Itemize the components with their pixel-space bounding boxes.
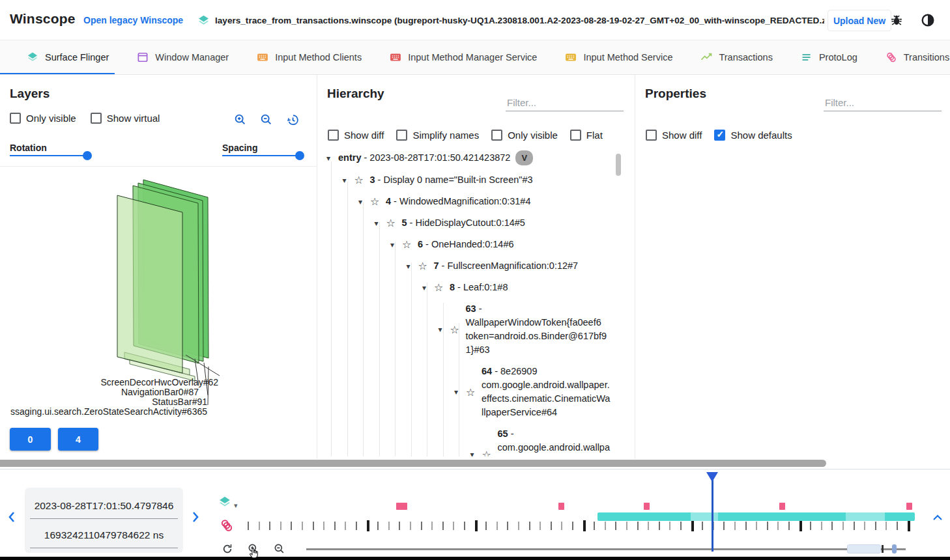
timeline-zoom-slider[interactable] [306, 548, 906, 550]
tab-input-method-clients[interactable]: Input Method Clients [256, 51, 362, 64]
tree-node-6[interactable]: ▾☆6 - OneHanded:0:14#6 [321, 238, 616, 251]
dark-mode-toggle-icon[interactable] [920, 12, 936, 31]
expand-caret-icon[interactable]: ▾ [375, 219, 386, 228]
pin-star-icon[interactable]: ☆ [434, 281, 450, 294]
pin-star-icon[interactable]: ☆ [482, 449, 498, 457]
pin-star-icon[interactable]: ☆ [386, 217, 402, 229]
spacing-slider[interactable] [222, 155, 304, 156]
timeline-zoom-out-icon[interactable] [273, 542, 286, 558]
tree-node-id: 8 [450, 282, 455, 292]
reset-view-icon[interactable] [285, 113, 300, 130]
timeline-zoom-selection[interactable] [847, 544, 881, 553]
rotation-slider-thumb[interactable] [83, 151, 92, 160]
pin-star-icon[interactable]: ☆ [402, 238, 418, 251]
expand-caret-icon[interactable]: ▾ [390, 240, 402, 249]
bug-report-icon[interactable] [889, 13, 904, 30]
open-legacy-winscope-link[interactable]: Open legacy Winscope [83, 15, 183, 25]
timestamp-ns-input[interactable] [30, 522, 178, 548]
pin-star-icon[interactable]: ☆ [418, 260, 434, 272]
transition-marker[interactable] [644, 503, 650, 510]
checkbox-simplify-names[interactable]: Simplify names [396, 130, 479, 141]
checkbox-unchecked[interactable] [646, 130, 657, 141]
tree-node-63[interactable]: ▾☆63 - WallpaperWindowToken{fa0eef6 toke… [321, 302, 616, 357]
zoom-in-icon[interactable] [233, 113, 248, 130]
checkbox-only-visible[interactable]: Only visible [10, 113, 76, 124]
expand-caret-icon[interactable]: ▾ [326, 154, 338, 163]
prev-entry-chevron-icon[interactable] [7, 511, 17, 526]
layer-page-button-4[interactable]: 4 [58, 428, 98, 451]
tree-node-5[interactable]: ▾☆5 - HideDisplayCutout:0:14#5 [321, 216, 616, 230]
zoom-out-icon[interactable] [259, 113, 274, 130]
tree-node-text: 6 - OneHanded:0:14#6 [418, 238, 611, 251]
spacing-slider-thumb[interactable] [295, 151, 304, 160]
tab-transactions[interactable]: Transactions [700, 51, 772, 64]
tree-node-text: 4 - WindowedMagnification:0:31#4 [386, 195, 611, 208]
expand-caret-icon[interactable]: ▾ [343, 176, 354, 185]
checkbox-only-visible[interactable]: Only visible [491, 130, 558, 141]
timestamp-ns-field[interactable] [30, 522, 178, 548]
hierarchy-scrollbar[interactable] [616, 154, 621, 176]
timeline-cursor-head[interactable] [705, 471, 719, 486]
tab-transitions[interactable]: Transitions [885, 51, 949, 64]
pin-star-icon[interactable]: ☆ [370, 195, 386, 208]
tree-node-7[interactable]: ▾☆7 - FullscreenMagnification:0:12#7 [321, 259, 616, 273]
tab-input-method-manager-service[interactable]: Input Method Manager Service [389, 51, 537, 64]
checkbox-checked[interactable] [714, 130, 725, 141]
tab-window-manager[interactable]: Window Manager [136, 51, 229, 64]
next-entry-chevron-icon[interactable] [190, 511, 201, 526]
layer-page-button-0[interactable]: 0 [10, 428, 51, 451]
tab-protolog[interactable]: ProtoLog [800, 51, 857, 64]
timeline-refresh-icon[interactable] [221, 542, 234, 558]
transition-marker[interactable] [779, 503, 785, 510]
horizontal-scrollbar[interactable] [0, 460, 826, 467]
checkbox-show-defaults[interactable]: Show defaults [714, 130, 792, 141]
checkbox-unchecked[interactable] [491, 130, 502, 141]
transition-marker[interactable] [906, 503, 912, 510]
trace-dropdown-caret-icon[interactable]: ▾ [234, 501, 238, 510]
checkbox-show-diff[interactable]: Show diff [646, 130, 702, 141]
tree-node-8[interactable]: ▾☆8 - Leaf:0:1#8 [321, 281, 616, 294]
surface-flinger-trace-icon[interactable] [218, 495, 232, 512]
timeline-tick [497, 522, 498, 530]
expand-caret-icon[interactable]: ▾ [422, 283, 434, 292]
timeline-tick [842, 522, 844, 530]
transitions-trace-icon[interactable] [219, 518, 235, 536]
pin-star-icon[interactable]: ☆ [450, 324, 466, 336]
properties-filter-input[interactable] [824, 94, 942, 111]
timestamp-field[interactable] [30, 493, 178, 519]
timeline-zoom-handle[interactable] [892, 544, 897, 553]
tree-node-4[interactable]: ▾☆4 - WindowedMagnification:0:31#4 [321, 195, 616, 208]
expand-caret-icon[interactable]: ▾ [407, 262, 418, 271]
rotation-slider[interactable] [10, 155, 91, 156]
hierarchy-filter-input[interactable] [506, 94, 624, 111]
expand-caret-icon[interactable]: ▾ [358, 197, 370, 206]
tree-node-65[interactable]: ▾☆65 - com.google.android.wallpaper.effe… [321, 427, 616, 456]
pin-star-icon[interactable]: ☆ [466, 386, 482, 399]
tree-node-id: 6 [418, 239, 423, 249]
expand-caret-icon[interactable]: ▾ [454, 387, 466, 397]
transition-marker[interactable] [558, 503, 564, 510]
checkbox-unchecked[interactable] [10, 113, 21, 124]
transition-marker[interactable] [401, 503, 407, 510]
tree-node-3[interactable]: ▾☆3 - Display 0 name="Built-in Screen"#3 [321, 173, 616, 187]
checkbox-show-diff[interactable]: Show diff [328, 130, 384, 141]
tab-surface-flinger[interactable]: Surface Flinger [26, 51, 109, 64]
checkbox-unchecked[interactable] [328, 130, 339, 141]
rings-icon [885, 51, 898, 64]
timeline-tick-major [475, 520, 478, 531]
checkbox-unchecked[interactable] [570, 130, 581, 141]
collapse-timeline-chevron-icon[interactable] [932, 512, 943, 524]
expand-caret-icon[interactable]: ▾ [470, 450, 482, 456]
tree-node-64[interactable]: ▾☆64 - 8e26909 com.google.android.wallpa… [321, 365, 616, 419]
checkbox-flat[interactable]: Flat [570, 130, 603, 141]
timestamp-input[interactable] [30, 493, 178, 519]
checkbox-show-virtual[interactable]: Show virtual [91, 113, 160, 124]
tree-node-entry[interactable]: ▾entry - 2023-08-28T17:01:50.421423872V [321, 150, 616, 165]
tree-node-name: - Display 0 name="Built-in Screen"#3 [378, 175, 533, 185]
upload-new-button[interactable]: Upload New [828, 10, 891, 31]
expand-caret-icon[interactable]: ▾ [439, 325, 450, 334]
checkbox-unchecked[interactable] [91, 113, 102, 124]
tab-input-method-service[interactable]: Input Method Service [564, 51, 672, 64]
checkbox-unchecked[interactable] [396, 130, 407, 141]
pin-star-icon[interactable]: ☆ [354, 174, 370, 186]
